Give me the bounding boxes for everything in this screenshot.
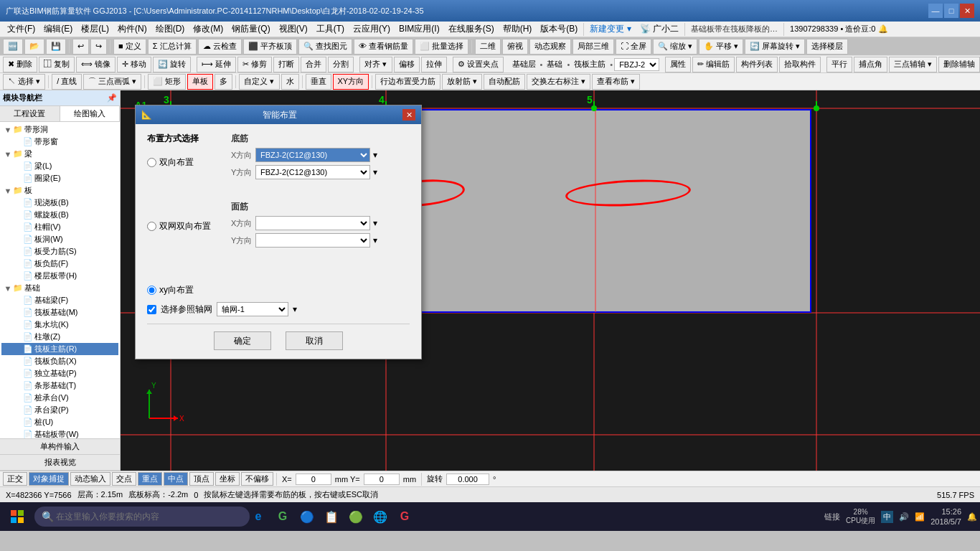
tree-item[interactable]: ▼📁梁 [1, 148, 118, 160]
menu-modify[interactable]: 修改(M) [189, 22, 227, 37]
bc-delaxis[interactable]: 删除辅轴 [938, 57, 980, 72]
tb-partial3d[interactable]: 局部三维 [573, 39, 614, 55]
bc-move[interactable]: ✛ 移动 [117, 57, 151, 72]
btn-dynamic-input[interactable]: 动态输入 [70, 472, 110, 486]
tb-viewrebar[interactable]: 👁 查看钢筋量 [354, 39, 413, 55]
option-dualnet-bidir[interactable]: 双网双向布置 [147, 220, 211, 232]
taskbar-icon-net[interactable]: 🌐 [370, 507, 390, 527]
taskbar-icon-app1[interactable]: 🔵 [297, 507, 317, 527]
tb-zoom[interactable]: 🔍 缩放 ▾ [653, 39, 697, 55]
tb-define[interactable]: ■ 定义 [113, 39, 146, 55]
axis-network-select[interactable]: 轴网-1 [217, 302, 288, 316]
taskbar-search-input[interactable] [34, 507, 250, 527]
bc-layer1[interactable]: 基础层 [509, 58, 539, 70]
taskbar-icon-glodon[interactable]: G [395, 507, 415, 527]
dialog-title-bar[interactable]: 📐 智能布置 ✕ [136, 105, 421, 124]
maximize-button[interactable]: □ [944, 4, 958, 18]
menu-file[interactable]: 文件(F) [3, 22, 39, 37]
taskbar-icon-app2[interactable]: 📋 [321, 507, 341, 527]
tree-item[interactable]: 📄现浇板(B) [1, 197, 118, 209]
tb-new[interactable]: 🆕 [3, 39, 23, 55]
menu-view[interactable]: 视图(V) [275, 22, 312, 37]
panel-pin-icon[interactable]: 📌 [107, 93, 117, 103]
tb-undo[interactable]: ↩ [72, 39, 89, 55]
tb-rowedgerebar[interactable]: 行边布置受力筋 [375, 74, 440, 90]
menu-help[interactable]: 帮助(H) [499, 22, 537, 37]
tb-batch[interactable]: ⬜ 批量选择 [415, 39, 468, 55]
tb-align[interactable]: ⬛ 平齐板顶 [243, 39, 297, 55]
tree-item[interactable]: 📄带形窗 [1, 136, 118, 148]
bc-split[interactable]: 分割 [328, 57, 354, 72]
minimize-button[interactable]: — [928, 4, 943, 18]
taskbar-icon-app3[interactable]: 🟢 [346, 507, 366, 527]
menu-online[interactable]: 在线服务(S) [444, 22, 499, 37]
tree-item[interactable]: ▼📁带形洞 [1, 123, 118, 136]
bc-ptangle[interactable]: 捕点角 [854, 57, 887, 72]
bc-pickup[interactable]: 拾取构件 [779, 57, 821, 72]
bc-break[interactable]: 打断 [273, 57, 299, 72]
btn-single-component[interactable]: 单构件输入 [0, 439, 120, 455]
tb-check[interactable]: ☁ 云检查 [198, 39, 242, 55]
bc-offset[interactable]: 偏移 [394, 57, 420, 72]
menu-component[interactable]: 构件(N) [113, 22, 151, 37]
tree-item[interactable]: 📄楼层板带(H) [1, 270, 118, 282]
tb-redo[interactable]: ↪ [90, 39, 107, 55]
tb-select[interactable]: ↖ 选择 ▾ [3, 74, 45, 90]
tree-item[interactable]: 📄集水坑(K) [1, 319, 118, 331]
confirm-button[interactable]: 确定 [214, 331, 271, 350]
menu-rebar[interactable]: 钢筋量(Q) [227, 22, 274, 37]
bottom-y-select[interactable]: FBZJ-2(C12@130) FBZJ-1 [255, 165, 370, 179]
tb-open[interactable]: 📂 [24, 39, 44, 55]
menu-draw[interactable]: 绘图(D) [151, 22, 189, 37]
menu-tools[interactable]: 工具(T) [312, 22, 349, 37]
taskbar-lang-icon[interactable]: 中 [881, 511, 893, 523]
tb-custom[interactable]: 自定义 ▾ [239, 74, 279, 90]
tb-fullscreen[interactable]: ⛶ 全屏 [616, 39, 651, 55]
tb-calc[interactable]: Σ 汇总计算 [148, 39, 197, 55]
radio-dualnet[interactable] [147, 222, 156, 231]
tree-item[interactable]: 📄桩承台(V) [1, 392, 118, 404]
menu-newchange[interactable]: 新建变更 ▾ [585, 22, 635, 37]
btn-coord[interactable]: 坐标 [215, 472, 240, 486]
tree-item[interactable]: 📄板受力筋(S) [1, 245, 118, 258]
tb-radial[interactable]: 放射筋 ▾ [442, 74, 482, 90]
taskbar-icon-edge[interactable]: e [248, 507, 268, 527]
bc-copy[interactable]: ⿰ 复制 [39, 57, 75, 72]
bc-setclip[interactable]: ⚙ 设置夹点 [453, 57, 504, 72]
taskbar-icon-g[interactable]: G [273, 507, 293, 527]
tree-item[interactable]: 📄条形基础(T) [1, 380, 118, 392]
menu-bim[interactable]: BIM应用(I) [395, 22, 444, 37]
tb-autoconfig[interactable]: 自动配筋 [484, 74, 525, 90]
bc-mirror[interactable]: ⟺ 镜像 [76, 57, 116, 72]
tree-item[interactable]: 📄圈梁(E) [1, 172, 118, 184]
taskbar-sound-icon[interactable]: 🔊 [899, 512, 909, 522]
bc-extend[interactable]: ⟼ 延伸 [197, 57, 236, 72]
face-x-select[interactable] [255, 216, 370, 230]
tree-area[interactable]: ▼📁带形洞📄带形窗▼📁梁📄梁(L)📄圈梁(E)▼📁板📄现浇板(B)📄螺旋板(B)… [0, 122, 120, 438]
tree-item[interactable]: 📄独立基础(P) [1, 367, 118, 380]
bc-merge[interactable]: 合并 [301, 57, 326, 72]
tb-multi[interactable]: 多 [215, 74, 232, 90]
tb-viewdist[interactable]: 查看布筋 ▾ [592, 74, 640, 90]
x-input[interactable] [296, 474, 331, 485]
close-button[interactable]: ✕ [960, 4, 974, 18]
menu-floor[interactable]: 楼层(L) [77, 22, 113, 37]
btn-intersection[interactable]: 交点 [112, 472, 136, 486]
bc-attr[interactable]: 属性 [665, 57, 691, 72]
cancel-button[interactable]: 取消 [286, 331, 343, 350]
btn-endpoint[interactable]: 重点 [138, 472, 162, 486]
btn-vertex[interactable]: 顶点 [189, 472, 214, 486]
bc-3ptaxis[interactable]: 三点辅轴 ▾ [889, 57, 937, 72]
bc-complist[interactable]: 构件列表 [736, 57, 778, 72]
tb-rect[interactable]: ⬜ 矩形 [148, 74, 186, 90]
face-y-select[interactable] [255, 233, 370, 248]
tree-item[interactable]: 📄柱墩(Z) [1, 331, 118, 343]
bc-rotate[interactable]: 🔄 旋转 [153, 57, 191, 72]
bc-trim[interactable]: ✂ 修剪 [237, 57, 272, 72]
btn-orthogonal[interactable]: 正交 [3, 472, 27, 486]
tree-item[interactable]: 📄筏板负筋(X) [1, 355, 118, 367]
bc-align[interactable]: 对齐 ▾ [359, 57, 392, 72]
bc-layer3[interactable]: 筏板主筋 [571, 58, 608, 70]
tb-screenrot[interactable]: 🔄 屏幕旋转 ▾ [745, 39, 805, 55]
tb-save[interactable]: 💾 [46, 39, 66, 55]
